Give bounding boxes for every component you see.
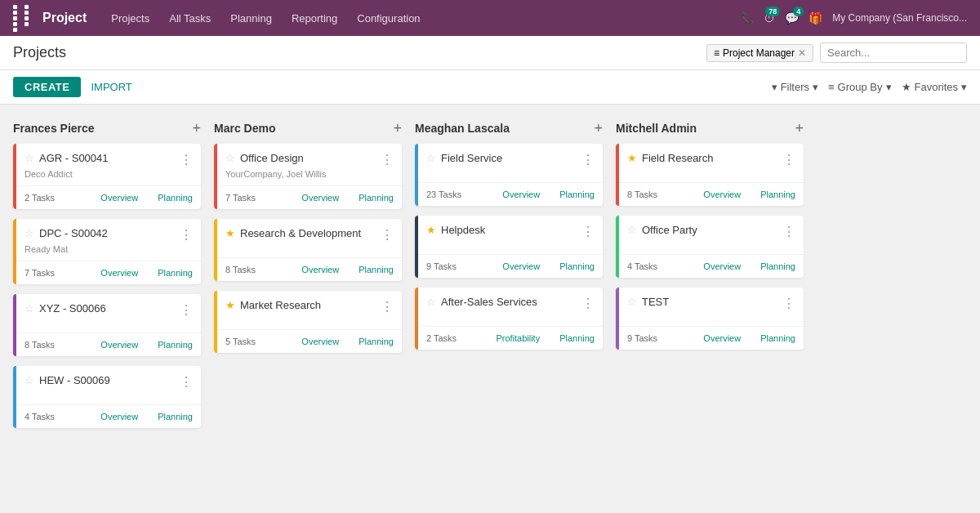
chat-icon[interactable]: 💬 4 [785,11,799,25]
menu-all-tasks[interactable]: All Tasks [161,7,219,29]
top-menu: Projects All Tasks Planning Reporting Co… [103,7,740,29]
card-link-planning[interactable]: Planning [559,333,595,343]
card-links: OverviewPlanning [301,265,394,274]
card-link-overview[interactable]: Overview [301,337,339,346]
card-link-overview[interactable]: Overview [301,265,339,274]
card-color-bar [616,216,619,278]
filter-tag-close[interactable]: ✕ [798,47,806,59]
card-more-icon[interactable]: ⋮ [782,296,795,311]
card-link-planning[interactable]: Planning [359,337,394,346]
card-links: OverviewPlanning [100,412,193,422]
group-by-button[interactable]: ≡ Group By ▾ [828,81,892,93]
filters-button[interactable]: ▾ Filters ▾ [772,81,818,93]
card-link-planning[interactable]: Planning [158,268,193,278]
card-more-icon[interactable]: ⋮ [782,152,795,167]
card-header: ☆ Office Design ⋮ [225,152,394,167]
card-footer: 4 Tasks OverviewPlanning [616,254,804,278]
card-star-icon[interactable]: ☆ [225,152,235,164]
gift-icon[interactable]: 🎁 [808,11,822,25]
card-star-icon[interactable]: ★ [426,224,436,236]
card-link-overview[interactable]: Overview [703,261,741,271]
menu-planning[interactable]: Planning [222,7,280,29]
card-link-overview[interactable]: Overview [100,268,138,278]
card-more-icon[interactable]: ⋮ [180,302,193,318]
column-add-icon[interactable]: + [393,121,402,136]
menu-configuration[interactable]: Configuration [349,7,428,29]
card-link-planning[interactable]: Planning [760,333,795,343]
card-star-icon[interactable]: ☆ [24,152,34,164]
card-star-icon[interactable]: ☆ [627,296,637,308]
card-star-icon[interactable]: ★ [225,227,235,239]
card-subtitle: Deco Addict [24,169,193,179]
topnav-right: 📞 ⏱ 78 💬 4 🎁 My Company (San Francisco..… [740,11,967,25]
card-star-icon[interactable]: ☆ [24,227,34,239]
card-link-overview[interactable]: Overview [703,190,741,199]
card-link-planning[interactable]: Planning [158,193,193,203]
card-link-planning[interactable]: Planning [559,190,595,199]
card-link-profitability[interactable]: Profitability [496,333,540,343]
card-link-planning[interactable]: Planning [760,261,795,271]
card-star-icon[interactable]: ☆ [24,374,34,386]
card-star-icon[interactable]: ☆ [24,302,34,314]
card-title-row: ☆ TEST [627,296,782,308]
card-star-icon[interactable]: ★ [225,299,235,311]
card-link-overview[interactable]: Overview [502,261,540,271]
card-link-overview[interactable]: Overview [703,333,741,343]
card-more-icon[interactable]: ⋮ [581,152,595,167]
page-title: Projects [13,44,706,61]
project-manager-filter-tag[interactable]: ≡ Project Manager ✕ [706,44,813,62]
card-star-icon[interactable]: ☆ [426,152,436,164]
card-more-icon[interactable]: ⋮ [180,374,193,390]
card-more-icon[interactable]: ⋮ [180,227,193,243]
favorites-button[interactable]: ★ Favorites ▾ [902,81,967,93]
column-add-icon[interactable]: + [594,121,603,136]
card-link-overview[interactable]: Overview [100,412,138,422]
column-col-mitchell: Mitchell Admin + ★ Field Research ⋮ 8 Ta… [616,118,804,498]
card-color-bar [415,288,418,350]
card-inner: ☆ Office Party ⋮ [616,216,804,248]
card-more-icon[interactable]: ⋮ [581,224,595,239]
card-more-icon[interactable]: ⋮ [381,299,394,314]
card-link-planning[interactable]: Planning [559,261,595,271]
card-more-icon[interactable]: ⋮ [581,296,595,311]
card-more-icon[interactable]: ⋮ [180,152,193,167]
card-star-icon[interactable]: ★ [627,152,637,164]
card-more-icon[interactable]: ⋮ [782,224,795,239]
search-input[interactable] [820,42,967,63]
column-add-icon[interactable]: + [795,121,804,136]
card-more-icon[interactable]: ⋮ [381,227,394,243]
import-button[interactable]: IMPORT [91,81,131,93]
card-color-bar [214,219,217,281]
card-card-test: ☆ TEST ⋮ 9 Tasks OverviewPlanning [616,288,804,350]
card-link-planning[interactable]: Planning [359,193,394,203]
create-button[interactable]: CREATE [13,77,81,97]
apps-grid-icon[interactable] [13,5,34,32]
card-card-market: ★ Market Research ⋮ 5 Tasks OverviewPlan… [214,291,402,353]
card-more-icon[interactable]: ⋮ [381,152,394,167]
card-link-planning[interactable]: Planning [760,190,795,199]
card-card-office-party: ☆ Office Party ⋮ 4 Tasks OverviewPlannin… [616,216,804,278]
card-card-after-sales: ☆ After-Sales Services ⋮ 2 Tasks Profita… [415,288,603,350]
timer-icon[interactable]: ⏱ 78 [764,11,775,25]
card-link-planning[interactable]: Planning [158,340,193,350]
card-link-overview[interactable]: Overview [301,193,339,203]
card-link-overview[interactable]: Overview [100,193,138,203]
column-add-icon[interactable]: + [192,121,201,136]
card-link-overview[interactable]: Overview [100,340,138,350]
column-title: Frances Pierce [13,122,95,135]
phone-icon[interactable]: 📞 [740,11,754,25]
card-link-overview[interactable]: Overview [502,190,540,199]
menu-reporting[interactable]: Reporting [283,7,345,29]
menu-projects[interactable]: Projects [103,7,158,29]
card-tasks-count: 8 Tasks [627,190,657,199]
card-star-icon[interactable]: ☆ [627,224,637,236]
card-links: OverviewPlanning [100,193,193,203]
chat-badge: 4 [793,7,804,16]
card-link-planning[interactable]: Planning [359,265,394,274]
card-tasks-count: 5 Tasks [225,337,256,346]
card-star-icon[interactable]: ☆ [426,296,436,308]
brand-name: Project [42,11,87,25]
card-link-planning[interactable]: Planning [158,412,193,422]
card-tasks-count: 9 Tasks [627,333,657,343]
card-inner: ☆ Field Service ⋮ [415,144,603,176]
